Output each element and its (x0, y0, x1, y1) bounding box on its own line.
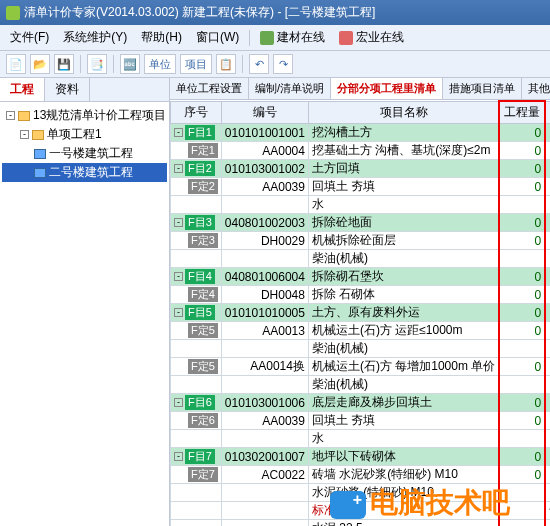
globe-icon (339, 31, 353, 45)
col-unit[interactable]: 单位 (545, 101, 550, 124)
table-row[interactable]: 水泥砂浆 (特细砂) M10 (171, 484, 551, 502)
table-row[interactable]: -F目5010101010005土方、原有废料外运0m3 (171, 304, 551, 322)
row-tag: F定2 (188, 179, 218, 194)
row-tag: F目1 (185, 125, 215, 140)
expand-icon[interactable]: - (174, 398, 183, 407)
sidebar: 工程 资料 -13规范清单计价工程项目 -单项工程1 一号楼建筑工程 二号楼建筑… (0, 78, 170, 526)
tb-list[interactable]: 📋 (216, 54, 236, 74)
tree-child2[interactable]: 二号楼建筑工程 (2, 163, 167, 182)
side-tabs: 工程 资料 (0, 78, 169, 102)
app-icon (6, 6, 20, 20)
tb-proj[interactable]: 项目 (180, 54, 212, 74)
main-tab[interactable]: 其他项目清 (522, 78, 550, 99)
main-area: 单位工程设置编制/清单说明分部分项工程里清单措施项目清单其他项目清 序号 编号 … (170, 78, 550, 526)
tb-redo[interactable]: ↷ (273, 54, 293, 74)
collapse-icon[interactable]: - (20, 130, 29, 139)
toolbar: 📄 📂 💾 📑 🔤 单位 项目 📋 ↶ ↷ (0, 51, 550, 78)
window-title: 清单计价专家(V2014.03.002) 新建工程(未保存) - [二号楼建筑工… (24, 4, 375, 21)
tb-undo[interactable]: ↶ (249, 54, 269, 74)
col-name[interactable]: 项目名称 (308, 101, 499, 124)
folder-icon (18, 111, 30, 121)
tb-doc[interactable]: 📑 (87, 54, 107, 74)
col-seq[interactable]: 序号 (171, 101, 222, 124)
expand-icon[interactable]: - (174, 164, 183, 173)
expand-icon[interactable]: - (174, 308, 183, 317)
table-row[interactable]: F定3DH0029机械拆除砼面层0100m3 (171, 232, 551, 250)
tree-child1[interactable]: 一号楼建筑工程 (2, 144, 167, 163)
table-row[interactable]: F定1AA0004挖基础土方 沟槽、基坑(深度)≤2m0m3 (171, 142, 551, 160)
row-tag: F目5 (185, 305, 215, 320)
table-row[interactable]: 标准砖千匹 (171, 502, 551, 520)
table-row[interactable]: 柴油(机械)kg (171, 376, 551, 394)
tab-material[interactable]: 资料 (45, 78, 90, 101)
table-row[interactable]: 柴油(机械)kg (171, 250, 551, 268)
main-tab[interactable]: 分部分项工程里清单 (331, 78, 443, 99)
table-row[interactable]: F定4DH0048拆除 石砌体010m3 (171, 286, 551, 304)
main-tab[interactable]: 措施项目清单 (443, 78, 522, 99)
tb-sep (80, 55, 81, 73)
table-row[interactable]: -F目1010101001001挖沟槽土方0m3 (171, 124, 551, 142)
menu-link2[interactable]: 宏业在线 (333, 27, 410, 48)
table-row[interactable]: F定5AA0013机械运土(石)方 运距≤1000m010m3 (171, 322, 551, 340)
table-row[interactable]: F定2AA0039回填土 夯填010m3 (171, 178, 551, 196)
main-tab[interactable]: 单位工程设置 (170, 78, 249, 99)
expand-icon[interactable]: - (174, 128, 183, 137)
tab-project[interactable]: 工程 (0, 78, 45, 101)
row-tag: F目6 (185, 395, 215, 410)
folder-icon (32, 130, 44, 140)
window-titlebar: 清单计价专家(V2014.03.002) 新建工程(未保存) - [二号楼建筑工… (0, 0, 550, 25)
tb-open[interactable]: 📂 (30, 54, 50, 74)
row-tag: F定7 (188, 467, 218, 482)
table-row[interactable]: -F目7010302001007地坪以下砖砌体0m3 (171, 448, 551, 466)
tree-proj[interactable]: -单项工程1 (2, 125, 167, 144)
col-code[interactable]: 编号 (221, 101, 308, 124)
row-tag: F定5 (188, 359, 218, 374)
menu-sys[interactable]: 系统维护(Y) (57, 27, 133, 48)
main-tabs: 单位工程设置编制/清单说明分部分项工程里清单措施项目清单其他项目清 (170, 78, 550, 100)
table-row[interactable]: -F目2010103001002土方回填0m3 (171, 160, 551, 178)
row-tag: F目7 (185, 449, 215, 464)
table-row[interactable]: F定5AA0014换机械运土(石)方 每增加1000m 单价010m3 (171, 358, 551, 376)
tb-unit[interactable]: 单位 (144, 54, 176, 74)
expand-icon[interactable]: - (174, 452, 183, 461)
tb-save[interactable]: 💾 (54, 54, 74, 74)
menu-win[interactable]: 窗口(W) (190, 27, 245, 48)
tree-root[interactable]: -13规范清单计价工程项目 (2, 106, 167, 125)
expand-icon[interactable]: - (174, 272, 183, 281)
row-tag: F定3 (188, 233, 218, 248)
tb-sep (242, 55, 243, 73)
expand-icon[interactable]: - (174, 218, 183, 227)
table-row[interactable]: 柴油(机械)kg (171, 340, 551, 358)
tb-font[interactable]: 🔤 (120, 54, 140, 74)
table-row[interactable]: 水泥 32.5 (171, 520, 551, 527)
table-row[interactable]: -F目6010103001006底层走廊及梯步回填土0m3 (171, 394, 551, 412)
table-row[interactable]: -F目4040801006004拆除砌石堡坎0m3 (171, 268, 551, 286)
col-qty[interactable]: 工程量 (499, 101, 545, 124)
menu-help[interactable]: 帮助(H) (135, 27, 188, 48)
menu-link1[interactable]: 建材在线 (254, 27, 331, 48)
tb-sep (113, 55, 114, 73)
table-row[interactable]: 水m3 (171, 196, 551, 214)
data-grid[interactable]: 序号 编号 项目名称 工程量 单位 -F目1010101001001挖沟槽土方0… (170, 100, 550, 526)
row-tag: F目4 (185, 269, 215, 284)
tb-new[interactable]: 📄 (6, 54, 26, 74)
row-tag: F定5 (188, 323, 218, 338)
table-row[interactable]: F定7AC0022砖墙 水泥砂浆(特细砂) M10010m3 (171, 466, 551, 484)
collapse-icon[interactable]: - (6, 111, 15, 120)
row-tag: F目3 (185, 215, 215, 230)
row-tag: F定4 (188, 287, 218, 302)
doc-icon (34, 168, 46, 178)
table-row[interactable]: 水m3 (171, 430, 551, 448)
menu-file[interactable]: 文件(F) (4, 27, 55, 48)
project-tree: -13规范清单计价工程项目 -单项工程1 一号楼建筑工程 二号楼建筑工程 (0, 102, 169, 526)
table-row[interactable]: F定6AA0039回填土 夯填010m3 (171, 412, 551, 430)
row-tag: F目2 (185, 161, 215, 176)
menu-bar: 文件(F) 系统维护(Y) 帮助(H) 窗口(W) 建材在线 宏业在线 (0, 25, 550, 51)
menu-sep (249, 30, 250, 46)
row-tag: F定1 (188, 143, 218, 158)
doc-icon (34, 149, 46, 159)
globe-icon (260, 31, 274, 45)
main-tab[interactable]: 编制/清单说明 (249, 78, 331, 99)
table-row[interactable]: -F目3040801002003拆除砼地面0m2 (171, 214, 551, 232)
row-tag: F定6 (188, 413, 218, 428)
